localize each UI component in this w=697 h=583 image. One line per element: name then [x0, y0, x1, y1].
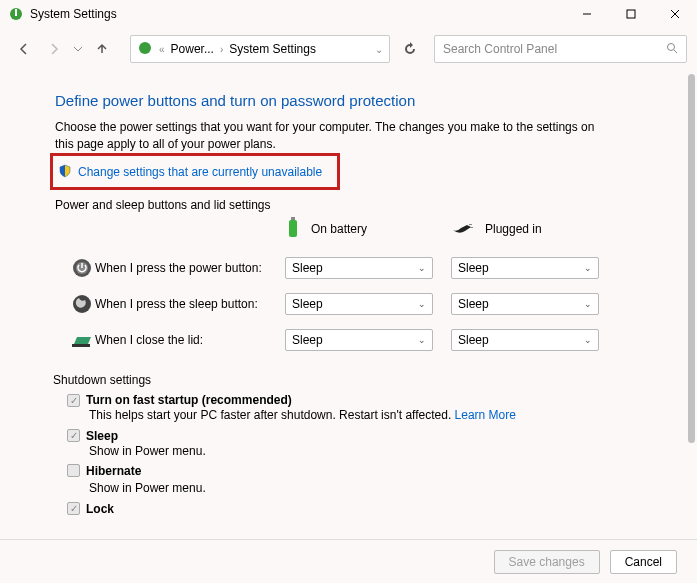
sleep-desc: Show in Power menu. — [67, 444, 657, 458]
chevron-down-icon: ⌄ — [418, 335, 426, 345]
row-sleep-button: When I press the sleep button: Sleep⌄ Sl… — [55, 293, 657, 315]
recent-dropdown[interactable] — [70, 35, 86, 63]
svg-rect-3 — [627, 10, 635, 18]
svg-rect-11 — [469, 224, 472, 225]
change-settings-link[interactable]: Change settings that are currently unava… — [78, 165, 322, 179]
breadcrumb-parent[interactable]: Power... — [171, 42, 214, 56]
fast-startup-desc: This helps start your PC faster after sh… — [89, 408, 455, 422]
footer: Save changes Cancel — [0, 539, 697, 583]
checkbox-lock[interactable]: Lock — [67, 502, 114, 516]
save-changes-button[interactable]: Save changes — [494, 550, 600, 574]
forward-button[interactable] — [40, 35, 68, 63]
search-placeholder: Search Control Panel — [443, 42, 557, 56]
select-sleep-plugged[interactable]: Sleep⌄ — [451, 293, 599, 315]
chevron-down-icon: ⌄ — [418, 263, 426, 273]
vertical-scrollbar[interactable] — [688, 74, 695, 535]
cancel-button[interactable]: Cancel — [610, 550, 677, 574]
address-dropdown-icon[interactable]: ⌄ — [375, 44, 383, 55]
svg-rect-10 — [291, 217, 295, 220]
checkbox-fast-startup[interactable]: Turn on fast startup (recommended) — [67, 393, 292, 407]
chevron-left-icon: « — [159, 44, 165, 55]
row-power-button-label: When I press the power button: — [95, 261, 285, 275]
search-icon — [666, 42, 678, 57]
checkbox-sleep[interactable]: Sleep — [67, 429, 118, 443]
column-plugged-label: Plugged in — [485, 222, 542, 236]
lock-label: Lock — [86, 502, 114, 516]
shield-icon — [58, 164, 72, 181]
power-button-icon — [69, 258, 95, 278]
column-battery-label: On battery — [311, 222, 367, 236]
svg-line-8 — [674, 50, 677, 53]
folder-icon — [137, 40, 153, 59]
chevron-down-icon: ⌄ — [418, 299, 426, 309]
laptop-lid-icon — [69, 331, 95, 349]
svg-rect-9 — [289, 220, 297, 237]
minimize-button[interactable] — [565, 0, 609, 28]
row-close-lid-label: When I close the lid: — [95, 333, 285, 347]
up-button[interactable] — [88, 35, 116, 63]
chevron-down-icon: ⌄ — [584, 299, 592, 309]
window-title: System Settings — [30, 7, 117, 21]
select-lid-plugged[interactable]: Sleep⌄ — [451, 329, 599, 351]
sleep-label: Sleep — [86, 429, 118, 443]
page-description: Choose the power settings that you want … — [55, 119, 615, 153]
row-power-button: When I press the power button: Sleep⌄ Sl… — [55, 257, 657, 279]
maximize-button[interactable] — [609, 0, 653, 28]
close-button[interactable] — [653, 0, 697, 28]
page-heading: Define power buttons and turn on passwor… — [55, 92, 657, 109]
select-sleep-battery[interactable]: Sleep⌄ — [285, 293, 433, 315]
back-button[interactable] — [10, 35, 38, 63]
breadcrumb-current[interactable]: System Settings — [229, 42, 316, 56]
address-bar[interactable]: « Power... › System Settings ⌄ — [130, 35, 390, 63]
row-close-lid: When I close the lid: Sleep⌄ Sleep⌄ — [55, 329, 657, 351]
section-power-buttons: Power and sleep buttons and lid settings — [55, 198, 657, 212]
svg-point-7 — [668, 43, 675, 50]
battery-icon — [285, 216, 301, 243]
select-power-plugged[interactable]: Sleep⌄ — [451, 257, 599, 279]
search-box[interactable]: Search Control Panel — [434, 35, 687, 63]
chevron-right-icon: › — [220, 44, 223, 55]
navbar: « Power... › System Settings ⌄ Search Co… — [0, 28, 697, 70]
learn-more-link[interactable]: Learn More — [455, 408, 516, 422]
svg-point-6 — [139, 42, 151, 54]
chevron-down-icon: ⌄ — [584, 335, 592, 345]
content-area: Define power buttons and turn on passwor… — [0, 70, 687, 539]
checkbox-hibernate[interactable]: Hibernate — [67, 464, 141, 478]
fast-startup-label: Turn on fast startup (recommended) — [86, 393, 292, 407]
section-shutdown: Shutdown settings — [53, 373, 657, 387]
titlebar: System Settings — [0, 0, 697, 28]
hibernate-desc: Show in Power menu. — [67, 481, 657, 495]
app-icon — [8, 6, 24, 22]
plug-icon — [451, 220, 475, 239]
hibernate-label: Hibernate — [86, 464, 141, 478]
chevron-down-icon: ⌄ — [584, 263, 592, 273]
svg-rect-16 — [72, 344, 90, 347]
select-power-battery[interactable]: Sleep⌄ — [285, 257, 433, 279]
row-sleep-button-label: When I press the sleep button: — [95, 297, 285, 311]
highlight-box: Change settings that are currently unava… — [50, 153, 340, 190]
svg-rect-12 — [470, 227, 473, 228]
select-lid-battery[interactable]: Sleep⌄ — [285, 329, 433, 351]
svg-rect-1 — [15, 9, 17, 16]
refresh-button[interactable] — [396, 35, 424, 63]
sleep-button-icon — [69, 294, 95, 314]
